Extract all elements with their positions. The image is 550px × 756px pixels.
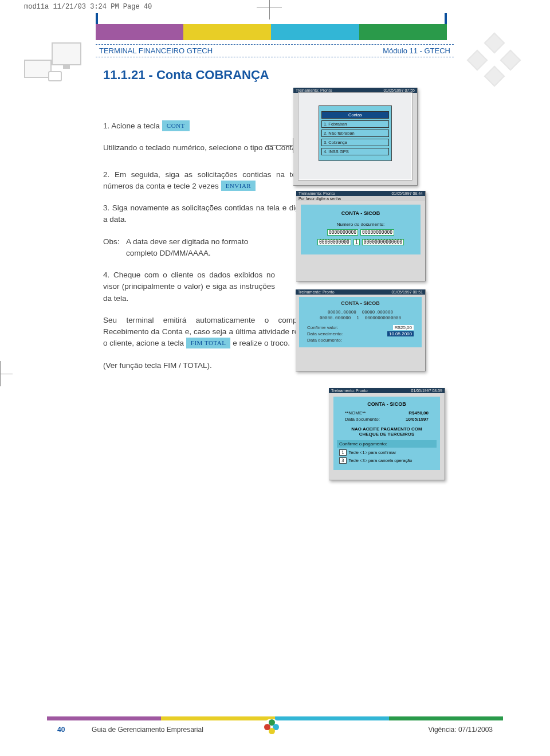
confirm-header: Confirme o pagamento:: [337, 440, 437, 448]
terminal-screenshot-payment: Treinamento: Pronto01/05/1997 08:59 CONT…: [329, 388, 445, 480]
color-bar: [96, 24, 447, 40]
section-title: 11.1.21 - Conta COBRANÇA: [103, 68, 269, 83]
crop-mark-icon: [0, 361, 13, 386]
crop-mark-icon: [257, 0, 282, 19]
menu-item: 1. Febraban: [321, 120, 389, 128]
enviar-key: ENVIAR: [221, 181, 256, 191]
terminal-screenshot-confirm: Treinamento: Pronto01/05/1997 08:51 CONT…: [296, 289, 426, 371]
header-right: Módulo 11 - GTECH: [383, 46, 450, 55]
print-slug: mod11a 11/21/03 3:24 PM Page 40: [24, 3, 152, 11]
menu-pane: Contas 1. Febraban 2. Não febraban 3. Co…: [319, 105, 392, 161]
cont-key: CONT: [162, 120, 190, 131]
screen-title: CONTA - SICOB: [302, 300, 418, 306]
fim-total-key: FIM TOTAL: [186, 338, 231, 348]
footer: 40 Guia de Gerenciamento Empresarial Vig…: [57, 726, 493, 734]
screen-title: CONTA - SICOB: [304, 210, 417, 216]
menu-item: 2. Não febraban: [321, 130, 389, 137]
page-number: 40: [57, 726, 65, 734]
vigencia: Vigência: 07/11/2003: [428, 726, 493, 734]
screen-title: CONTA - SICOB: [337, 401, 437, 407]
terminal-screenshot-docnum: Treinamento: Pronto01/05/1997 08:44 Por …: [296, 191, 426, 281]
diamond-pattern-icon: [470, 36, 516, 81]
terminal-illustration-icon: [24, 42, 81, 88]
menu-item: 4. INSS GPS: [321, 148, 389, 155]
header-left: TERMINAL FINANCEIRO GTECH: [99, 46, 213, 55]
step-4: 4. Cheque com o cliente os dados exibido…: [103, 269, 275, 304]
header-row: TERMINAL FINANCEIRO GTECH Módulo 11 - GT…: [96, 44, 454, 57]
menu-header: Contas: [321, 111, 389, 119]
sub-bar: Por favor digite a senha: [296, 196, 425, 201]
terminal-screenshot-menu: Treinamento: Pronto01/05/1997 07:55 Cont…: [293, 88, 418, 186]
guide-title: Guia de Gerenciamento Empresarial: [92, 726, 203, 734]
tab-marker: [445, 13, 447, 25]
connector-line: [266, 145, 293, 146]
menu-item: 3. Cobrança: [321, 139, 389, 146]
field-label: Numero do documento:: [304, 222, 417, 227]
tab-marker: [96, 13, 98, 25]
page: mod11a 11/21/03 3:24 PM Page 40 TERMINAL…: [0, 0, 550, 756]
